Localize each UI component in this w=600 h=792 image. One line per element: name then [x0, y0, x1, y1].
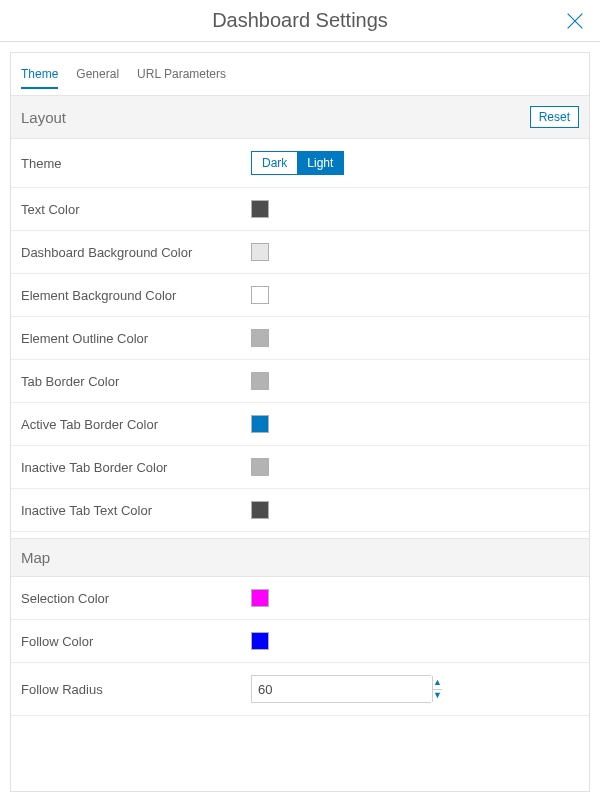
settings-card: Theme General URL Parameters Layout Rese…	[10, 52, 590, 792]
label-theme: Theme	[21, 156, 251, 171]
label-follow-color: Follow Color	[21, 634, 251, 649]
label-follow-radius: Follow Radius	[21, 682, 251, 697]
theme-option-dark[interactable]: Dark	[252, 152, 297, 174]
swatch-element-outline[interactable]	[251, 329, 269, 347]
follow-radius-input[interactable]	[252, 676, 432, 702]
section-header-layout: Layout Reset	[11, 95, 589, 139]
swatch-element-bg[interactable]	[251, 286, 269, 304]
row-tab-border: Tab Border Color	[11, 360, 589, 403]
swatch-active-tab-border[interactable]	[251, 415, 269, 433]
tab-bar: Theme General URL Parameters	[11, 53, 589, 89]
dashboard-settings-panel: Dashboard Settings Theme General URL Par…	[0, 0, 600, 792]
label-inactive-tab-border: Inactive Tab Border Color	[21, 460, 251, 475]
row-dashboard-bg: Dashboard Background Color	[11, 231, 589, 274]
swatch-tab-border[interactable]	[251, 372, 269, 390]
swatch-inactive-tab-text[interactable]	[251, 501, 269, 519]
row-selection-color: Selection Color	[11, 577, 589, 620]
row-active-tab-border: Active Tab Border Color	[11, 403, 589, 446]
tab-url-parameters[interactable]: URL Parameters	[137, 67, 226, 89]
tab-general[interactable]: General	[76, 67, 119, 89]
swatch-dashboard-bg[interactable]	[251, 243, 269, 261]
chevron-up-icon: ▲	[433, 678, 442, 687]
panel-title: Dashboard Settings	[212, 9, 388, 32]
swatch-selection-color[interactable]	[251, 589, 269, 607]
row-follow-color: Follow Color	[11, 620, 589, 663]
section-title-layout: Layout	[21, 109, 66, 126]
swatch-follow-color[interactable]	[251, 632, 269, 650]
swatch-inactive-tab-border[interactable]	[251, 458, 269, 476]
follow-radius-up[interactable]: ▲	[433, 676, 442, 689]
label-inactive-tab-text: Inactive Tab Text Color	[21, 503, 251, 518]
follow-radius-spinner: ▲ ▼	[432, 676, 442, 702]
row-element-outline: Element Outline Color	[11, 317, 589, 360]
row-theme: Theme Dark Light	[11, 139, 589, 188]
chevron-down-icon: ▼	[433, 691, 442, 700]
close-icon	[564, 10, 586, 32]
reset-button[interactable]: Reset	[530, 106, 579, 128]
label-selection-color: Selection Color	[21, 591, 251, 606]
label-element-outline: Element Outline Color	[21, 331, 251, 346]
swatch-text-color[interactable]	[251, 200, 269, 218]
control-theme: Dark Light	[251, 151, 579, 175]
tab-theme[interactable]: Theme	[21, 67, 58, 89]
settings-scroll[interactable]: Layout Reset Theme Dark Light Text Color	[11, 89, 589, 791]
label-element-bg: Element Background Color	[21, 288, 251, 303]
panel-body: Theme General URL Parameters Layout Rese…	[0, 42, 600, 792]
close-button[interactable]	[562, 8, 588, 34]
label-dashboard-bg: Dashboard Background Color	[21, 245, 251, 260]
row-follow-radius: Follow Radius ▲ ▼	[11, 663, 589, 716]
row-element-bg: Element Background Color	[11, 274, 589, 317]
row-inactive-tab-text: Inactive Tab Text Color	[11, 489, 589, 532]
section-header-map: Map	[11, 538, 589, 577]
panel-header: Dashboard Settings	[0, 0, 600, 42]
section-title-map: Map	[21, 549, 50, 566]
theme-option-light[interactable]: Light	[297, 152, 343, 174]
label-text-color: Text Color	[21, 202, 251, 217]
follow-radius-input-wrap: ▲ ▼	[251, 675, 431, 703]
label-active-tab-border: Active Tab Border Color	[21, 417, 251, 432]
theme-toggle: Dark Light	[251, 151, 344, 175]
label-tab-border: Tab Border Color	[21, 374, 251, 389]
row-inactive-tab-border: Inactive Tab Border Color	[11, 446, 589, 489]
follow-radius-down[interactable]: ▼	[433, 689, 442, 703]
row-text-color: Text Color	[11, 188, 589, 231]
